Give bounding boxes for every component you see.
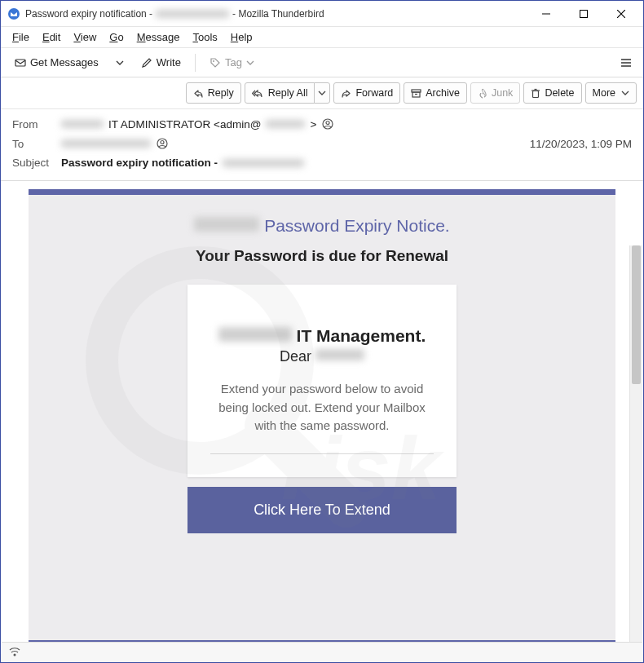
subject-label: Subject xyxy=(12,157,61,169)
menu-tools[interactable]: Tools xyxy=(186,29,223,45)
svg-point-23 xyxy=(14,653,16,656)
redacted-text: xxxxx xyxy=(223,159,304,167)
menubar: File Edit View Go Message Tools Help xyxy=(1,27,643,48)
maximize-button[interactable] xyxy=(565,1,602,27)
chevron-down-icon xyxy=(246,59,254,67)
tag-label: Tag xyxy=(225,56,242,69)
minimize-button[interactable] xyxy=(527,1,565,27)
chevron-down-icon xyxy=(318,89,326,97)
trash-icon xyxy=(531,88,540,99)
vertical-scrollbar[interactable] xyxy=(629,245,642,642)
email-subtitle: Your Password is due for Renewal xyxy=(46,247,598,265)
statusbar xyxy=(2,642,642,661)
toolbar-divider xyxy=(195,54,196,72)
junk-label: Junk xyxy=(492,87,513,99)
more-button[interactable]: More xyxy=(585,82,637,104)
menu-help[interactable]: Help xyxy=(224,29,259,45)
menu-edit[interactable]: Edit xyxy=(36,29,67,45)
menu-message[interactable]: Message xyxy=(130,29,187,45)
message-headers: From xxxx IT ADMINISTRATOR <admin@xxxx >… xyxy=(1,109,643,181)
menu-go[interactable]: Go xyxy=(103,29,130,45)
get-messages-dropdown[interactable] xyxy=(109,52,130,73)
redacted-text: xxxxx xyxy=(156,10,229,18)
message-body: xxx Password Expiry Notice. Your Passwor… xyxy=(1,181,643,654)
close-button[interactable] xyxy=(602,1,640,27)
extend-button-label: Click Here To Extend xyxy=(254,502,390,518)
delete-label: Delete xyxy=(545,87,574,99)
to-value: xxxxx xyxy=(61,137,169,150)
window-title: Password expiry notification - xxxxx - M… xyxy=(25,8,324,20)
archive-button[interactable]: Archive xyxy=(404,82,467,104)
more-label: More xyxy=(593,87,615,99)
redacted-text: xxxx xyxy=(61,120,104,128)
message-actions: Reply Reply All Forward Archive Junk Del… xyxy=(1,77,643,109)
window-titlebar: Password expiry notification - xxxxx - M… xyxy=(1,1,643,27)
junk-button[interactable]: Junk xyxy=(470,82,520,104)
tag-button[interactable]: Tag xyxy=(202,52,262,73)
from-label: From xyxy=(12,118,61,130)
reply-all-label: Reply All xyxy=(268,87,308,99)
menu-view[interactable]: View xyxy=(67,29,103,45)
svg-point-0 xyxy=(8,8,20,20)
flame-icon xyxy=(478,88,487,99)
pencil-icon xyxy=(141,57,152,69)
to-label: To xyxy=(12,138,61,150)
reply-all-icon xyxy=(252,88,264,99)
svg-point-19 xyxy=(161,141,164,144)
svg-rect-2 xyxy=(580,10,588,17)
forward-label: Forward xyxy=(355,87,393,99)
delete-button[interactable]: Delete xyxy=(523,82,581,104)
card-greeting: Dear xxx xyxy=(210,348,434,365)
extend-button[interactable]: Click Here To Extend xyxy=(187,487,457,533)
svg-rect-5 xyxy=(15,60,25,66)
card-divider xyxy=(210,453,434,454)
message-timestamp: 11/20/2023, 1:09 PM xyxy=(530,138,632,150)
card-paragraph: Extend your password below to avoid bein… xyxy=(210,380,434,435)
contact-icon[interactable] xyxy=(321,117,334,130)
thunderbird-icon xyxy=(7,7,20,20)
reply-all-button[interactable]: Reply All xyxy=(245,82,315,104)
hamburger-icon xyxy=(620,57,632,69)
reply-all-dropdown[interactable] xyxy=(314,82,330,104)
chevron-down-icon xyxy=(621,89,629,97)
redacted-text: xxxxx xyxy=(61,139,151,148)
toolbar: Get Messages Write Tag xyxy=(1,48,643,77)
forward-icon xyxy=(341,88,351,99)
redacted-text: xxx xyxy=(315,349,364,360)
archive-label: Archive xyxy=(426,87,460,99)
from-value: xxxx IT ADMINISTRATOR <admin@xxxx > xyxy=(61,117,334,130)
email-card: xxx IT Management. Dear xxx Extend your … xyxy=(187,285,457,477)
card-heading: xxx IT Management. xyxy=(210,325,434,347)
forward-button[interactable]: Forward xyxy=(333,82,400,104)
scrollbar-thumb[interactable] xyxy=(632,245,641,384)
app-menu-button[interactable] xyxy=(615,52,637,73)
write-button[interactable]: Write xyxy=(134,52,188,73)
email-container: xxx Password Expiry Notice. Your Passwor… xyxy=(29,189,615,646)
redacted-text: xxx xyxy=(194,217,259,232)
write-label: Write xyxy=(157,56,181,69)
archive-icon xyxy=(411,88,421,99)
chevron-down-icon xyxy=(116,59,124,67)
svg-point-17 xyxy=(326,122,329,125)
menu-file[interactable]: File xyxy=(6,29,36,45)
redacted-text: xxxx xyxy=(266,120,305,128)
reply-icon xyxy=(193,88,204,99)
reply-button[interactable]: Reply xyxy=(186,82,241,104)
svg-point-6 xyxy=(213,60,214,62)
envelope-icon xyxy=(15,57,26,69)
get-messages-button[interactable]: Get Messages xyxy=(7,52,106,73)
tag-icon xyxy=(210,57,221,69)
redacted-text: xxx xyxy=(218,327,292,342)
get-messages-label: Get Messages xyxy=(30,56,99,69)
contact-icon[interactable] xyxy=(156,137,169,150)
email-title: xxx Password Expiry Notice. xyxy=(46,216,598,236)
window-title-prefix: Password expiry notification - xyxy=(25,8,152,20)
svg-rect-13 xyxy=(533,91,539,97)
subject-value: Password expiry notification - xxxxx xyxy=(61,157,304,169)
reply-label: Reply xyxy=(208,87,234,99)
connection-indicator xyxy=(8,647,21,658)
window-title-app: - Mozilla Thunderbird xyxy=(232,8,324,20)
